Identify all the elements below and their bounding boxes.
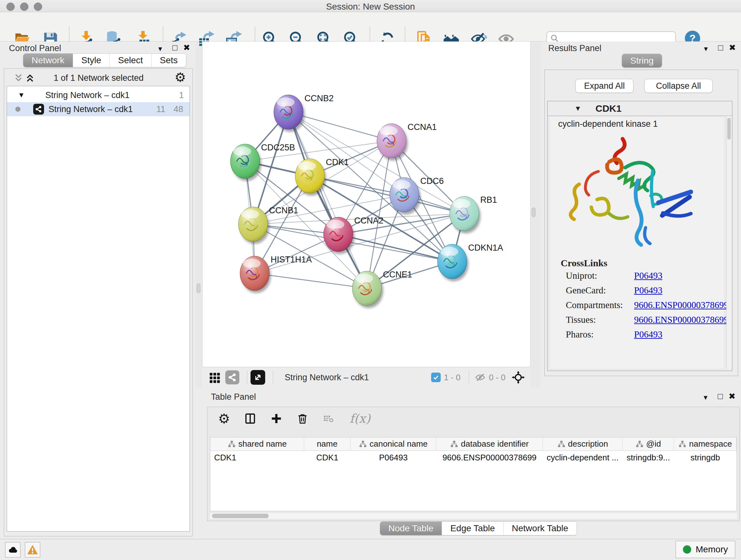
gene-header-row[interactable]: ▼ CDK1: [548, 101, 732, 116]
memory-button[interactable]: Memory: [676, 541, 735, 558]
network-row-selected[interactable]: String Network – cdk1 11 48: [7, 102, 190, 116]
tab-select[interactable]: Select: [110, 54, 151, 67]
node-RB1[interactable]: RB1: [450, 195, 497, 233]
gene-symbol: CDK1: [596, 103, 622, 114]
node-CCNE1[interactable]: CCNE1: [352, 270, 412, 308]
node-CDK1[interactable]: CDK1: [295, 158, 349, 196]
node-HIST1H1A[interactable]: HIST1H1A: [240, 255, 312, 293]
collection-collapse-icon[interactable]: ▼: [18, 91, 25, 99]
column-header-shared-name[interactable]: shared name: [210, 437, 304, 450]
crosslink-label: Uniprot:: [566, 270, 597, 281]
node-CCNA2[interactable]: CCNA2: [324, 216, 384, 254]
add-column-icon[interactable]: [269, 412, 283, 426]
table-cell[interactable]: stringdb: [674, 451, 737, 464]
crosslink-link[interactable]: 9606.ENSP00000378699: [634, 300, 729, 310]
control-panel-tabs: Network Style Select Sets: [23, 53, 186, 67]
column-header-namespace[interactable]: namespace: [674, 437, 737, 450]
tab-style[interactable]: Style: [73, 54, 110, 67]
current-network-title: String Network – cdk1: [285, 373, 431, 382]
gene-details-group: ▼ CDK1 cyclin-dependent kinase 1: [547, 101, 732, 371]
table-panel: Table Panel ▼ □ ✖ ⚙ f(x) shared namename…: [196, 388, 741, 539]
title-bar: Session: New Session: [0, 0, 741, 12]
node-CDKN1A[interactable]: CDKN1A: [437, 243, 503, 281]
reposition-crosshair-icon[interactable]: [511, 370, 525, 384]
node-CCNA1[interactable]: CCNA1: [377, 122, 437, 161]
column-header-database-identifier[interactable]: database identifier: [436, 437, 543, 450]
column-mapping-icon: [360, 441, 366, 447]
table-cell[interactable]: CDK1: [304, 451, 350, 464]
results-panel-tabs: String: [622, 54, 662, 68]
selected-checkbox-icon[interactable]: [431, 373, 441, 382]
tab-network-table[interactable]: Network Table: [503, 522, 577, 535]
tab-network[interactable]: Network: [23, 54, 73, 67]
cloud-status-button[interactable]: [5, 542, 20, 557]
show-columns-icon[interactable]: [243, 412, 257, 426]
column-header-label: shared name: [239, 439, 287, 449]
close-panel-icon[interactable]: ✖: [183, 44, 190, 52]
tab-sets[interactable]: Sets: [151, 54, 186, 67]
float-panel-icon[interactable]: □: [172, 44, 178, 52]
column-header--id[interactable]: @id: [623, 437, 674, 450]
table-cell[interactable]: CDK1: [210, 451, 304, 464]
column-header-label: canonical name: [369, 439, 428, 449]
string-network-badge-icon: [33, 104, 44, 115]
table-hscrollbar[interactable]: [210, 513, 737, 519]
table-cell[interactable]: cyclin-dependent ...: [543, 451, 623, 464]
delete-column-icon[interactable]: [295, 412, 310, 426]
expand-all-button[interactable]: Expand All: [576, 79, 633, 93]
birds-eye-view-button[interactable]: [251, 370, 265, 385]
gear-icon[interactable]: ⚙: [217, 412, 231, 426]
node-table[interactable]: shared namenamecanonical namedatabase id…: [210, 437, 737, 511]
gene-collapse-icon[interactable]: ▼: [575, 105, 582, 113]
table-cell[interactable]: 9606.ENSP00000378699: [436, 451, 543, 464]
node-label-CCNA2: CCNA2: [354, 216, 384, 226]
column-header-name[interactable]: name: [304, 437, 350, 450]
crosslink-link[interactable]: P06493: [634, 285, 663, 296]
panel-menu-icon[interactable]: ▼: [157, 45, 163, 53]
collection-label: String Network – cdk1: [45, 90, 130, 100]
network-canvas[interactable]: CCNB2CCNA1CDC25BCDK1CDC6RB1CCNB1CCNA2CDK…: [202, 42, 530, 367]
panel-menu-icon[interactable]: ▼: [702, 393, 709, 401]
column-header-label: @id: [646, 439, 661, 449]
edge-HIST1H1A-CCNE1[interactable]: [255, 273, 367, 288]
network-collection-row[interactable]: ▼ String Network – cdk1 1: [7, 88, 190, 102]
results-scrollbar-thumb[interactable]: [727, 118, 731, 139]
close-panel-icon[interactable]: ✖: [729, 44, 736, 52]
main-toolbar: ?: [0, 12, 741, 42]
column-header-description[interactable]: description: [543, 437, 623, 450]
column-header-canonical-name[interactable]: canonical name: [350, 437, 436, 450]
table-cell[interactable]: P06493: [350, 451, 436, 464]
show-grid-button[interactable]: [209, 371, 221, 383]
results-scrollbar[interactable]: [726, 117, 731, 369]
float-panel-icon[interactable]: □: [718, 392, 723, 400]
node-CDC6[interactable]: CDC6: [390, 176, 444, 214]
selected-node-edge-counts: 1 - 0: [444, 373, 461, 382]
close-panel-icon[interactable]: ✖: [729, 392, 736, 400]
left-splitter-handle[interactable]: [197, 284, 200, 293]
column-header-label: database identifier: [461, 439, 529, 449]
table-row[interactable]: CDK1CDK1P064939606.ENSP00000378699cyclin…: [210, 451, 737, 464]
warnings-button[interactable]: [25, 542, 40, 557]
gear-icon[interactable]: ⚙: [175, 70, 186, 84]
results-panel: Results Panel ▼ □ ✖ String Expand All Co…: [541, 42, 741, 388]
panel-menu-icon[interactable]: ▼: [703, 45, 709, 53]
tab-node-table[interactable]: Node Table: [380, 522, 442, 535]
table-hscrollbar-thumb[interactable]: [212, 514, 269, 518]
string-view-button[interactable]: [225, 370, 239, 384]
crosslink-link[interactable]: P06493: [634, 329, 663, 340]
gene-content: cyclin-dependent kinase 1: [549, 116, 725, 369]
tab-string[interactable]: String: [622, 54, 662, 67]
grid-icon: [209, 371, 221, 383]
right-splitter-handle[interactable]: [532, 207, 536, 217]
tab-edge-table[interactable]: Edge Table: [442, 522, 503, 535]
function-builder-icon: f(x): [348, 412, 372, 426]
collapse-all-button[interactable]: Collapse All: [644, 79, 713, 93]
diagonal-arrow-icon: [253, 372, 263, 382]
crosslink-link[interactable]: 9606.ENSP00000378699: [634, 314, 729, 325]
gene-description: cyclin-dependent kinase 1: [558, 119, 658, 129]
table-cell[interactable]: stringdb:9...: [623, 451, 674, 464]
collection-count: 1: [179, 90, 184, 100]
crosslink-link[interactable]: P06493: [634, 270, 663, 281]
protein-structure-image: [562, 133, 713, 254]
float-panel-icon[interactable]: □: [718, 44, 723, 52]
